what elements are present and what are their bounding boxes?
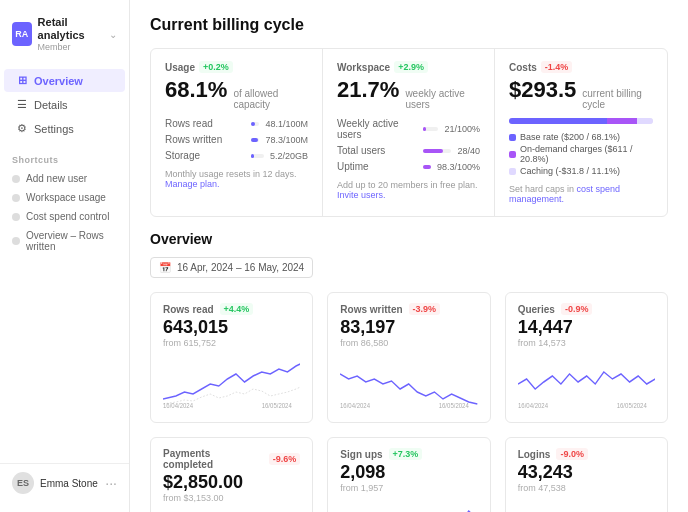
metric-signups: Sign ups +7.3% 2,098 from 1,957 16/04/20… — [327, 437, 490, 512]
metric-queries-title: Queries — [518, 304, 555, 315]
costs-bar-ondemand — [607, 118, 637, 124]
main-nav: ⊞ Overview ☰ Details ⚙ Settings — [0, 64, 129, 145]
nav-item-settings[interactable]: ⚙ Settings — [4, 117, 125, 140]
user-name: Emma Stone — [40, 478, 99, 489]
nav-item-details[interactable]: ☰ Details — [4, 93, 125, 116]
storage-bar — [251, 154, 254, 158]
shortcut-add-user-label: Add new user — [26, 173, 87, 184]
svg-text:16/04/2024: 16/04/2024 — [340, 402, 370, 409]
metric-rows-read: Rows read +4.4% 643,015 from 615,752 16/… — [150, 292, 313, 423]
workspace-badge: +2.9% — [394, 61, 428, 73]
metrics-row-2: Payments completed -9.6% $2,850.00 from … — [150, 437, 668, 512]
storage-row: Storage 5.2/20GB — [165, 150, 308, 161]
costs-label: Costs -1.4% — [509, 61, 653, 73]
nav-overview-label: Overview — [34, 75, 83, 87]
signups-sparkline: 16/04/2024 16/05/2024 — [340, 499, 477, 512]
nav-item-overview[interactable]: ⊞ Overview — [4, 69, 125, 92]
total-users-row: Total users 28/40 — [337, 145, 480, 156]
nav-details-label: Details — [34, 99, 68, 111]
rows-read-bar-bg — [251, 122, 259, 126]
total-val: 28/40 — [457, 146, 480, 156]
workspace-rows: Weekly active users 21/100% Total users … — [337, 118, 480, 172]
weekly-label: Weekly active users — [337, 118, 417, 140]
svg-text:16/05/2024: 16/05/2024 — [439, 402, 469, 409]
sidebar-footer: ES Emma Stone ··· — [0, 463, 129, 502]
metric-rows-read-value: 643,015 — [163, 317, 300, 338]
rows-written-val: 78.3/100M — [265, 135, 308, 145]
billing-workspace-card: Workspace +2.9% 21.7% weekly active user… — [323, 49, 495, 216]
shortcut-cost-label: Cost spend control — [26, 211, 109, 222]
metric-payments-value: $2,850.00 — [163, 472, 300, 493]
sidebar: RA Retail analytics Member ⌄ ⊞ Overview … — [0, 0, 130, 512]
metric-rows-written-value: 83,197 — [340, 317, 477, 338]
shortcut-dot-icon — [12, 213, 20, 221]
billing-costs-card: Costs -1.4% $293.5 current billing cycle… — [495, 49, 667, 216]
costs-bar-base — [509, 118, 607, 124]
svg-text:16/05/2024: 16/05/2024 — [616, 402, 646, 409]
storage-bar-bg — [251, 154, 264, 158]
chevron-icon: ⌄ — [109, 29, 117, 40]
metric-payments-title: Payments completed — [163, 448, 263, 470]
rows-read-bar — [251, 122, 255, 126]
details-icon: ☰ — [16, 98, 28, 111]
metric-payments-from: from $3,153.00 — [163, 493, 300, 503]
storage-label: Storage — [165, 150, 245, 161]
legend-base-text: Base rate ($200 / 68.1%) — [520, 132, 620, 142]
metric-payments: Payments completed -9.6% $2,850.00 from … — [150, 437, 313, 512]
shortcut-add-user[interactable]: Add new user — [0, 169, 129, 188]
metric-queries-badge: -0.9% — [561, 303, 593, 315]
settings-icon: ⚙ — [16, 122, 28, 135]
metric-logins-badge: -9.0% — [556, 448, 588, 460]
rows-read-row: Rows read 48.1/100M — [165, 118, 308, 129]
date-range-picker[interactable]: 📅 16 Apr, 2024 – 16 May, 2024 — [150, 257, 313, 278]
svg-text:16/04/2024: 16/04/2024 — [163, 402, 193, 409]
svg-text:16/05/2024: 16/05/2024 — [262, 402, 292, 409]
costs-value: $293.5 current billing cycle — [509, 77, 653, 110]
workspace-value: 21.7% weekly active users — [337, 77, 480, 110]
logins-sparkline: 16/04/2024 16/05/2024 — [518, 499, 655, 512]
manage-plan-link[interactable]: Manage plan. — [165, 179, 220, 189]
svg-text:16/04/2024: 16/04/2024 — [518, 402, 548, 409]
metric-rows-written-from: from 86,580 — [340, 338, 477, 348]
app-name-block: Retail analytics Member — [38, 16, 103, 52]
metric-signups-title: Sign ups — [340, 449, 382, 460]
weekly-bar — [423, 127, 426, 131]
billing-usage-card: Usage +0.2% 68.1% of allowed capacity Ro… — [151, 49, 323, 216]
shortcut-dot-icon — [12, 194, 20, 202]
metric-rows-read-from: from 615,752 — [163, 338, 300, 348]
shortcut-overview-rows-label: Overview – Rows written — [26, 230, 117, 252]
shortcut-cost-spend[interactable]: Cost spend control — [0, 207, 129, 226]
invite-users-link[interactable]: Invite users. — [337, 190, 386, 200]
legend-base: Base rate ($200 / 68.1%) — [509, 132, 653, 142]
storage-val: 5.2/20GB — [270, 151, 308, 161]
calendar-icon: 📅 — [159, 262, 171, 273]
metric-payments-badge: -9.6% — [269, 453, 301, 465]
shortcuts-label: Shortcuts — [0, 145, 129, 169]
app-name: Retail analytics — [38, 16, 103, 42]
app-logo[interactable]: RA Retail analytics Member ⌄ — [0, 10, 129, 64]
date-range-text: 16 Apr, 2024 – 16 May, 2024 — [177, 262, 304, 273]
metric-queries-from: from 14,573 — [518, 338, 655, 348]
shortcut-overview-rows[interactable]: Overview – Rows written — [0, 226, 129, 256]
rows-written-bar-bg — [251, 138, 259, 142]
metric-signups-value: 2,098 — [340, 462, 477, 483]
usage-badge: +0.2% — [199, 61, 233, 73]
metric-logins-title: Logins — [518, 449, 551, 460]
page-title: Current billing cycle — [150, 16, 668, 34]
metric-rows-read-title: Rows read — [163, 304, 214, 315]
legend-ondemand-dot — [509, 151, 516, 158]
uptime-label: Uptime — [337, 161, 417, 172]
costs-bar — [509, 118, 653, 124]
uptime-row: Uptime 98.3/100% — [337, 161, 480, 172]
costs-bar-caching — [637, 118, 653, 124]
main-content: Current billing cycle Usage +0.2% 68.1% … — [130, 0, 688, 512]
uptime-val: 98.3/100% — [437, 162, 480, 172]
rows-read-label: Rows read — [165, 118, 245, 129]
metric-rows-written-title: Rows written — [340, 304, 402, 315]
more-options-icon[interactable]: ··· — [105, 475, 117, 491]
shortcut-workspace-usage[interactable]: Workspace usage — [0, 188, 129, 207]
usage-value: 68.1% of allowed capacity — [165, 77, 308, 110]
overview-title: Overview — [150, 231, 668, 247]
metric-logins-from: from 47,538 — [518, 483, 655, 493]
rows-read-val: 48.1/100M — [265, 119, 308, 129]
